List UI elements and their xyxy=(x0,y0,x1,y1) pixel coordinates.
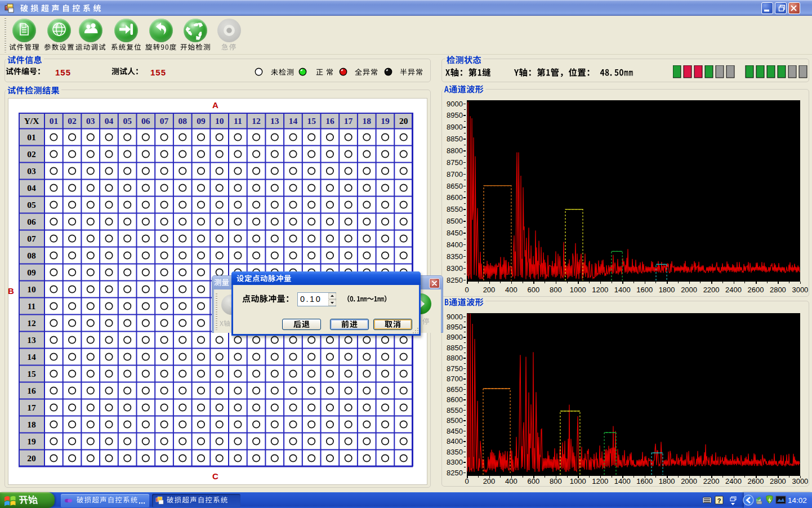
svg-text:14: 14 xyxy=(289,116,298,126)
svg-text:09: 09 xyxy=(197,116,206,126)
svg-text:04: 04 xyxy=(105,116,114,126)
svg-text:10: 10 xyxy=(215,116,224,126)
svg-text:02: 02 xyxy=(27,149,36,159)
svg-text:03: 03 xyxy=(27,166,36,176)
svg-text:05: 05 xyxy=(123,116,132,126)
svg-text:08: 08 xyxy=(27,251,36,260)
svg-text:03: 03 xyxy=(86,116,95,126)
svg-text:01: 01 xyxy=(27,132,36,142)
svg-text:12: 12 xyxy=(252,116,261,126)
svg-text:06: 06 xyxy=(27,217,36,226)
svg-text:07: 07 xyxy=(27,234,36,243)
svg-text:15: 15 xyxy=(27,369,36,378)
svg-text:13: 13 xyxy=(270,116,279,126)
svg-text:?: ? xyxy=(717,497,721,504)
svg-text:14: 14 xyxy=(27,352,36,362)
svg-text:18: 18 xyxy=(363,116,372,126)
svg-text:20: 20 xyxy=(399,116,408,126)
svg-text:15: 15 xyxy=(307,116,316,126)
svg-text:01: 01 xyxy=(50,116,59,126)
svg-text:09: 09 xyxy=(27,268,36,277)
svg-text:11: 11 xyxy=(28,301,36,311)
svg-text:16: 16 xyxy=(325,116,334,126)
svg-text:06: 06 xyxy=(141,116,150,126)
svg-text:16: 16 xyxy=(27,386,36,395)
svg-text:11: 11 xyxy=(234,116,242,126)
svg-text:12: 12 xyxy=(27,318,36,328)
svg-text:Y/X: Y/X xyxy=(24,116,40,126)
svg-text:07: 07 xyxy=(160,116,169,126)
svg-text:08: 08 xyxy=(179,116,188,126)
svg-text:18: 18 xyxy=(27,420,36,429)
svg-text:05: 05 xyxy=(27,200,36,210)
svg-text:13: 13 xyxy=(27,335,36,345)
svg-text:20: 20 xyxy=(27,453,36,463)
svg-text:02: 02 xyxy=(68,116,77,126)
svg-text:19: 19 xyxy=(381,116,390,126)
svg-text:04: 04 xyxy=(27,183,36,193)
svg-text:10: 10 xyxy=(27,284,36,294)
svg-text:17: 17 xyxy=(344,116,353,126)
svg-text:19: 19 xyxy=(27,436,36,446)
svg-text:17: 17 xyxy=(27,403,36,412)
